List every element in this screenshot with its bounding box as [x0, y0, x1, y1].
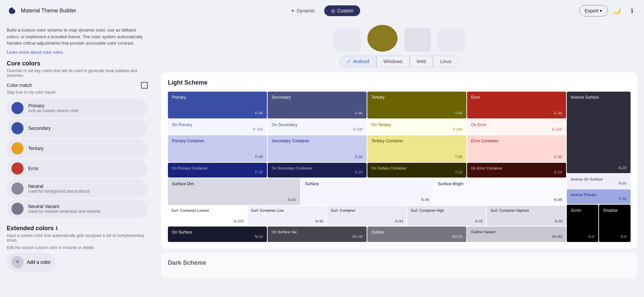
color-circle-primary: [11, 102, 24, 114]
platform-tabs: ✓ Android Windows Web Linux: [161, 56, 637, 67]
color-circle-secondary: [11, 122, 24, 134]
extended-subtitle-2: Edit the source custom color to rename o…: [7, 245, 148, 250]
color-match-checkbox[interactable]: [141, 82, 148, 89]
cell-on-primary-container[interactable]: On Primary Container P-10: [168, 163, 267, 178]
color-sublabel-neutral: Used for background and surfaces: [28, 189, 90, 194]
color-circle-neutral: [11, 183, 24, 195]
color-label-primary: Primary: [28, 103, 79, 108]
cell-outline-variant[interactable]: Outline Variant NV-80: [467, 227, 566, 242]
cell-on-surface[interactable]: On Surface N-10: [168, 227, 267, 242]
add-color-button[interactable]: + Add a color: [7, 253, 55, 271]
theme-toggle-button[interactable]: 🌙: [612, 5, 623, 16]
color-label-neutral: Neutral: [28, 184, 90, 189]
add-icon: +: [11, 256, 24, 268]
color-item-neutral-variant[interactable]: Neutral Variant Used for medium emphasis…: [7, 199, 148, 218]
cell-surface-dim[interactable]: Surface Dim N-87: [168, 178, 300, 205]
cell-inverse-on-surface[interactable]: Inverse On Surface N-95: [567, 174, 631, 189]
custom-icon: ◎: [331, 8, 335, 13]
color-item-primary[interactable]: Primary Acts as custom source color: [7, 99, 148, 117]
color-circle-error: [11, 162, 24, 175]
cell-secondary-container[interactable]: Secondary Container S-90: [268, 135, 367, 162]
preview-thumb-2: [367, 25, 398, 52]
header-tabs: ✦ Dynamic ◎ Custom: [284, 5, 360, 16]
color-label-neutral-variant: Neutral Variant: [28, 204, 100, 209]
learn-more-link[interactable]: Learn more about color roles.: [7, 50, 64, 55]
dark-scheme-title: Dark Scheme: [168, 259, 631, 266]
color-list: Primary Acts as custom source color Seco…: [7, 99, 148, 218]
cell-on-primary[interactable]: On Primary P-100: [168, 119, 267, 135]
light-scheme: Light Scheme Primary P-40 Secondary S-40: [161, 72, 637, 249]
header: Material Theme Builder ✦ Dynamic ◎ Custo…: [0, 0, 644, 21]
preview-row: [161, 21, 637, 52]
color-item-error[interactable]: Error: [7, 159, 148, 178]
cell-surface[interactable]: Surface N-98: [301, 178, 433, 205]
color-sublabel-primary: Acts as custom source color: [28, 108, 79, 113]
cell-on-secondary[interactable]: On Secondary S-100: [268, 119, 367, 135]
cell-surf-container-lowest[interactable]: Surf. Container Lowest N-100: [168, 206, 247, 226]
color-match-row: Color match: [7, 82, 148, 89]
chevron-down-icon: ▾: [600, 8, 602, 13]
content-area: ✓ Android Windows Web Linux Light Scheme: [154, 21, 644, 297]
cell-tertiary[interactable]: Tertiary T-40: [367, 92, 466, 118]
cell-on-surface-var[interactable]: On Surface Var. NV-30: [268, 227, 367, 242]
cell-surf-container-highest[interactable]: Surf. Container Highest N-90: [487, 206, 566, 226]
cell-on-error-container[interactable]: On Error Container E-10: [467, 163, 566, 178]
color-item-secondary[interactable]: Secondary: [7, 119, 148, 138]
sidebar: Build a custom color scheme to map dynam…: [0, 21, 154, 297]
color-match-title: Color match: [7, 83, 32, 88]
color-circle-neutral-variant: [11, 203, 24, 215]
cell-outline[interactable]: Outline NV-50: [367, 227, 466, 242]
material-logo-icon: [7, 5, 17, 16]
extended-colors-title: Extended colors ℹ: [7, 225, 148, 232]
color-circle-tertiary: [11, 142, 24, 154]
color-item-neutral[interactable]: Neutral Used for background and surfaces: [7, 179, 148, 198]
check-icon: ✓: [347, 59, 351, 64]
cell-on-tertiary[interactable]: On Tertiary T-100: [367, 119, 466, 135]
cell-secondary[interactable]: Secondary S-40: [268, 92, 367, 118]
color-match-subtitle: Stay true to my color inputs.: [7, 90, 148, 95]
tab-linux[interactable]: Linux: [433, 56, 458, 67]
preview-thumb-4: [438, 28, 465, 52]
tab-web[interactable]: Web: [410, 56, 433, 67]
cell-on-tertiary-container[interactable]: On Tertiary Container T-10: [367, 163, 466, 178]
tab-dynamic[interactable]: ✦ Dynamic: [284, 5, 322, 16]
cell-error-container[interactable]: Error Container E-90: [467, 135, 566, 162]
export-button[interactable]: Export ▾: [579, 5, 608, 16]
tab-custom[interactable]: ◎ Custom: [324, 5, 360, 16]
color-sublabel-neutral-variant: Used for medium emphasis and variants: [28, 209, 100, 214]
preview-thumb-3: [404, 28, 431, 52]
tab-android[interactable]: ✓ Android: [340, 56, 376, 67]
extended-subtitle-1: Input a custom color that automatically …: [7, 233, 148, 243]
cell-on-error[interactable]: On Error E-100: [467, 119, 566, 135]
color-label-error: Error: [28, 166, 39, 171]
cell-error[interactable]: Error E-40: [467, 92, 566, 118]
header-actions: Export ▾ 🌙 ℹ: [579, 5, 637, 16]
cell-shadow[interactable]: Shadow N-0: [599, 205, 631, 242]
color-item-tertiary[interactable]: Tertiary: [7, 139, 148, 158]
main-layout: Build a custom color scheme to map dynam…: [0, 21, 644, 297]
preview-thumb-1: [334, 28, 361, 52]
cell-surf-container-high[interactable]: Surf. Container High N-92: [407, 206, 487, 226]
cell-primary-container[interactable]: Primary Container P-90: [168, 135, 267, 162]
cell-tertiary-container[interactable]: Tertiary Container T-90: [367, 135, 466, 162]
sidebar-description: Build a custom color scheme to map dynam…: [7, 27, 148, 47]
cell-surface-bright[interactable]: Surface Bright N-98: [434, 178, 566, 205]
dark-scheme: Dark Scheme: [161, 253, 637, 279]
info-button[interactable]: ℹ: [627, 5, 637, 16]
light-scheme-title: Light Scheme: [168, 79, 631, 86]
cell-inverse-surface[interactable]: Inverse Surface N-20: [567, 92, 631, 173]
color-label-secondary: Secondary: [28, 126, 51, 131]
extended-info-icon: ℹ: [56, 226, 57, 231]
header-logo: Material Theme Builder: [7, 5, 76, 16]
cell-surf-container-low[interactable]: Surf. Container Low N-96: [248, 206, 327, 226]
core-colors-subtitle: Override or set key colors that will be …: [7, 68, 148, 78]
cell-primary[interactable]: Primary P-40: [168, 92, 267, 118]
dynamic-icon: ✦: [291, 8, 295, 13]
app-title: Material Theme Builder: [21, 8, 76, 14]
color-label-tertiary: Tertiary: [28, 146, 44, 151]
tab-windows[interactable]: Windows: [376, 56, 410, 67]
cell-inverse-primary[interactable]: Inverse Primary P-80: [567, 189, 631, 204]
cell-on-secondary-container[interactable]: On Secondary Container S-10: [268, 163, 367, 178]
cell-scrim[interactable]: Scrim N-0: [567, 205, 598, 242]
cell-surf-container[interactable]: Surf. Container N-94: [327, 206, 407, 226]
